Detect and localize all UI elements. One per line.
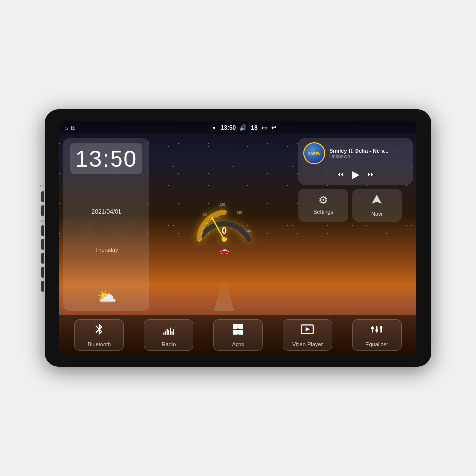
music-widget[interactable]: CARFU Smiley ft. Delia - Ne v... Unknown… (298, 138, 413, 185)
home-icon[interactable]: ⌂ (64, 124, 68, 131)
music-controls: ⏮ ▶ ⏭ (303, 167, 408, 181)
svg-rect-16 (163, 333, 164, 335)
svg-text:240: 240 (245, 229, 251, 233)
svg-text:120: 120 (219, 203, 225, 206)
speedometer-svg: 0 60 120 180 240 0 km/h (192, 195, 256, 249)
equalizer-label: Equalizer (365, 341, 388, 347)
side-button-home2[interactable] (41, 239, 44, 250)
svg-rect-23 (233, 324, 238, 329)
navi-button[interactable]: Navi (352, 189, 402, 222)
bluetooth-icon (93, 323, 106, 339)
dock-item-apps[interactable]: Apps (213, 319, 263, 351)
svg-text:0: 0 (198, 239, 200, 243)
music-title: Smiley ft. Delia - Ne v... (329, 148, 408, 154)
status-bar: ⌂ ⊞ ▼ 13:50 🔊 18 ▭ ↩ (60, 121, 416, 134)
apps-icon[interactable]: ⊞ (71, 124, 76, 131)
settings-icon: ⚙ (318, 194, 328, 207)
prev-button[interactable]: ⏮ (336, 170, 344, 178)
settings-label: Settings (313, 209, 333, 215)
svg-rect-26 (238, 330, 243, 335)
volume-icon: 🔊 (239, 124, 247, 131)
apps-dock-icon (232, 323, 244, 339)
rst-label: RST (40, 219, 46, 222)
svg-point-34 (380, 326, 382, 329)
svg-point-32 (375, 329, 378, 331)
svg-rect-20 (170, 328, 171, 335)
svg-text:60: 60 (203, 213, 207, 216)
status-time: 13:50 (221, 124, 236, 131)
apps-label: Apps (232, 341, 244, 347)
status-bar-left: ⌂ ⊞ (64, 124, 76, 131)
clock-widget: 13:50 2021/04/01 Thursday ⛅ (63, 138, 149, 311)
wifi-icon: ▼ (212, 125, 217, 131)
album-art: CARFU (303, 142, 325, 164)
svg-rect-22 (173, 329, 174, 335)
bottom-dock: Bluetooth (60, 315, 416, 355)
music-artist: Unknown (329, 154, 408, 159)
svg-marker-15 (372, 195, 382, 204)
status-bar-center: ▼ 13:50 🔊 18 ▭ ↩ (212, 124, 276, 131)
dock-item-video[interactable]: Video Player (283, 319, 332, 351)
car-icon: 🚗 (219, 245, 229, 255)
svg-rect-24 (238, 324, 243, 329)
svg-text:km/h: km/h (220, 237, 228, 240)
play-button[interactable]: ▶ (352, 168, 359, 180)
music-info: Smiley ft. Delia - Ne v... Unknown (329, 148, 408, 159)
quick-access-row: ⚙ Settings Navi (298, 189, 413, 222)
svg-text:0: 0 (222, 226, 227, 236)
right-panel: CARFU Smiley ft. Delia - Ne v... Unknown… (298, 138, 413, 311)
svg-rect-19 (168, 330, 169, 335)
weather-icon: ⛅ (70, 287, 142, 306)
speed-widget: 0 60 120 180 240 0 km/h (153, 138, 295, 311)
navi-label: Navi (371, 211, 382, 217)
side-button-vol-up[interactable] (41, 267, 44, 278)
music-top: CARFU Smiley ft. Delia - Ne v... Unknown (303, 142, 408, 164)
radio-label: Radio (162, 341, 176, 347)
side-button-home[interactable] (41, 191, 44, 202)
next-button[interactable]: ⏭ (367, 170, 375, 178)
side-button-back[interactable] (41, 253, 44, 264)
settings-button[interactable]: ⚙ Settings (298, 189, 348, 222)
volume-level: 18 (251, 124, 257, 131)
clock-time: 13:50 (70, 143, 142, 174)
mic-label: MIC (40, 184, 46, 187)
radio-icon (162, 323, 175, 339)
video-icon (301, 323, 314, 339)
equalizer-icon (370, 323, 383, 339)
main-area: 13:50 2021/04/01 Thursday ⛅ (60, 134, 416, 355)
side-button-app[interactable] (41, 205, 44, 216)
side-button-vol-down[interactable] (41, 281, 44, 292)
svg-text:180: 180 (237, 211, 242, 214)
navi-icon (371, 194, 383, 209)
dock-item-equalizer[interactable]: Equalizer (352, 319, 402, 351)
svg-rect-21 (171, 331, 172, 335)
svg-rect-25 (233, 330, 238, 335)
svg-rect-17 (165, 331, 166, 335)
battery-icon: ▭ (262, 124, 267, 131)
side-button-power[interactable] (41, 225, 44, 236)
bluetooth-label: Bluetooth (88, 341, 111, 347)
album-label: CARFU (308, 152, 321, 155)
video-label: Video Player (292, 341, 323, 347)
dock-item-bluetooth[interactable]: Bluetooth (74, 319, 124, 351)
screen: ⌂ ⊞ ▼ 13:50 🔊 18 ▭ ↩ 13:50 2021/04/01 (60, 121, 416, 355)
svg-rect-18 (167, 329, 168, 335)
svg-marker-28 (306, 327, 310, 332)
side-buttons: MIC RST (40, 184, 46, 292)
content-row: 13:50 2021/04/01 Thursday ⛅ (60, 134, 416, 315)
road-illustration (214, 281, 234, 311)
clock-day: Thursday (70, 247, 142, 253)
back-icon[interactable]: ↩ (271, 124, 276, 131)
svg-point-30 (371, 327, 374, 329)
clock-date: 2021/04/01 (70, 208, 142, 215)
car-head-unit: MIC RST ⌂ ⊞ ▼ 13:50 🔊 18 ▭ ↩ (45, 109, 431, 367)
dock-item-radio[interactable]: Radio (144, 319, 193, 351)
